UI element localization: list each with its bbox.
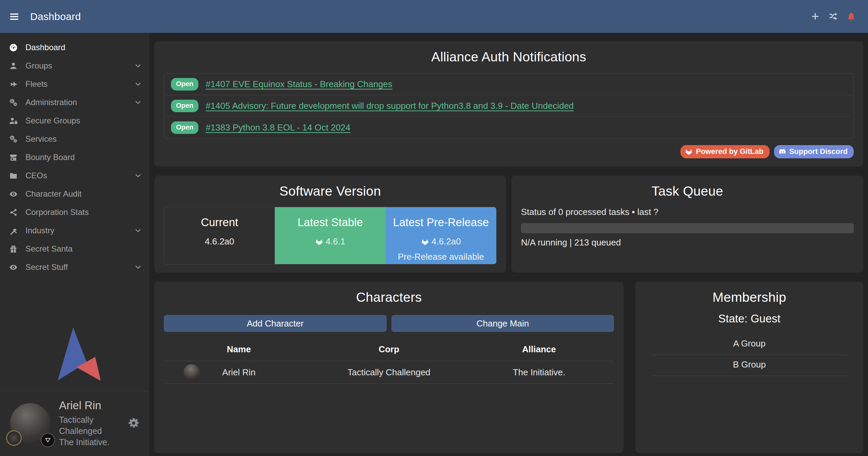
hammer-icon <box>8 226 18 235</box>
sidebar-item-secure-groups[interactable]: Secure Groups <box>0 112 149 130</box>
gauge-icon <box>8 43 18 52</box>
version-column-heading: Latest Stable <box>275 216 385 229</box>
version-prerelease-column: Latest Pre-Release 4.6.2a0 Pre-Release a… <box>386 207 496 264</box>
task-queue-panel: Task Queue Status of 0 processed tasks •… <box>512 176 863 273</box>
corp-logo-badge <box>6 430 22 446</box>
character-row-avatar <box>184 364 200 380</box>
user-lock-icon <box>8 116 18 125</box>
powered-by-gitlab-badge[interactable]: Powered by GitLab <box>680 145 769 158</box>
user-settings-gear-icon[interactable] <box>128 417 140 429</box>
sidebar-item-secret-santa[interactable]: Secret Santa <box>0 240 149 258</box>
notifications-list: Open #1407 EVE Equinox Status - Breaking… <box>164 73 854 139</box>
sidebar-item-label: Dashboard <box>25 43 65 52</box>
sidebar-item-secret-stuff[interactable]: Secret Stuff <box>0 258 149 276</box>
task-queue-counts: N/A running | 213 queued <box>521 237 854 248</box>
chevron-down-icon <box>134 263 142 271</box>
sidebar-item-label: Corporation Stats <box>25 207 89 217</box>
membership-group-item: A Group <box>652 334 847 355</box>
sidebar-item-label: Groups <box>25 61 52 71</box>
column-header-corp: Corp <box>314 344 464 355</box>
gears-icon <box>8 135 18 143</box>
sidebar-item-bounty-board[interactable]: Bounty Board <box>0 148 149 166</box>
sidebar-item-administration[interactable]: Administration <box>0 93 149 112</box>
sidebar-item-label: Industry <box>25 226 54 235</box>
membership-group-item: B Group <box>652 355 847 376</box>
version-box: Current 4.6.2a0 Latest Stable 4.6.1 Late… <box>164 207 497 264</box>
status-badge: Open <box>171 78 198 91</box>
task-queue-title: Task Queue <box>521 184 854 199</box>
support-discord-badge[interactable]: Support Discord <box>774 145 854 158</box>
membership-groups-list: A Group B Group <box>652 334 847 376</box>
sidebar-item-label: Services <box>25 134 57 144</box>
store-icon <box>8 153 18 162</box>
characters-table-header: Name Corp Alliance <box>164 341 614 361</box>
notification-link[interactable]: #1407 EVE Equinox Status - Breaking Chan… <box>206 79 392 90</box>
user-corp: Tactically Challenged <box>59 414 128 437</box>
row-characters-membership: Characters Add Character Change Main Nam… <box>154 282 863 453</box>
sidebar-item-label: Secret Stuff <box>25 262 68 272</box>
character-alliance: The Initiative. <box>464 367 614 378</box>
user-avatar <box>10 403 50 443</box>
chevron-down-icon <box>134 62 142 70</box>
alliance-auth-logo <box>0 326 149 391</box>
character-corp: Tactically Challenged <box>314 367 464 378</box>
folder-icon <box>8 171 18 180</box>
notification-link[interactable]: #1405 Advisory: Future development will … <box>206 101 574 111</box>
membership-title: Membership <box>645 290 854 305</box>
share-icon <box>8 208 18 217</box>
alliance-auth-notifications-panel: Alliance Auth Notifications Open #1407 E… <box>154 41 863 166</box>
user-panel: Ariel Rin Tactically Challenged The Init… <box>0 391 149 456</box>
sidebar-item-dashboard[interactable]: Dashboard <box>0 38 149 57</box>
sidebar-item-groups[interactable]: Groups <box>0 57 149 75</box>
switch-character-shuffle-icon[interactable] <box>829 12 838 21</box>
chevron-down-icon <box>134 172 142 179</box>
prerelease-version-value[interactable]: 4.6.2a0 <box>431 236 461 247</box>
top-navbar: Dashboard <box>0 0 868 33</box>
sidebar-item-label: Secure Groups <box>25 116 80 125</box>
notification-link[interactable]: #1383 Python 3.8 EOL - 14 Oct 2024 <box>206 122 350 133</box>
sidebar-item-character-audit[interactable]: Character Audit <box>0 185 149 203</box>
discord-icon <box>778 148 786 156</box>
membership-panel: Membership State: Guest A Group B Group <box>635 282 863 453</box>
row-software-tasks: Software Version Current 4.6.2a0 Latest … <box>154 176 863 273</box>
sidebar-item-corporation-stats[interactable]: Corporation Stats <box>0 203 149 221</box>
chevron-down-icon <box>134 227 142 234</box>
eye-icon <box>8 190 18 198</box>
characters-title: Characters <box>164 290 614 305</box>
sidebar-item-label: Bounty Board <box>25 153 75 162</box>
notifications-footer: Powered by GitLab Support Discord <box>164 145 854 158</box>
software-version-panel: Software Version Current 4.6.2a0 Latest … <box>154 176 506 273</box>
add-character-plus-icon[interactable] <box>811 12 820 21</box>
gitlab-tanuki-icon <box>421 238 429 246</box>
status-badge: Open <box>171 100 198 112</box>
sidebar-item-label: CEOs <box>25 171 47 180</box>
column-header-name: Name <box>164 344 314 355</box>
status-badge: Open <box>171 121 198 134</box>
gitlab-tanuki-icon <box>315 238 323 246</box>
sidebar-item-ceos[interactable]: CEOs <box>0 166 149 185</box>
user-icon <box>8 61 18 70</box>
software-version-title: Software Version <box>164 184 497 199</box>
sidebar-item-fleets[interactable]: Fleets <box>0 75 149 93</box>
characters-table: Name Corp Alliance Ariel Rin Tactically … <box>164 341 614 384</box>
prerelease-note: Pre-Release available <box>386 252 496 262</box>
change-main-button[interactable]: Change Main <box>391 315 614 332</box>
user-info: Ariel Rin Tactically Challenged The Init… <box>59 398 128 448</box>
add-character-button[interactable]: Add Character <box>164 315 387 332</box>
alliance-logo-badge <box>41 433 55 447</box>
task-queue-status: Status of 0 processed tasks • last ? <box>521 207 854 217</box>
stable-version-value[interactable]: 4.6.1 <box>326 236 345 247</box>
version-stable-column: Latest Stable 4.6.1 <box>275 207 385 264</box>
task-queue-progressbar <box>521 223 854 233</box>
sidebar-item-services[interactable]: Services <box>0 130 149 148</box>
navbar-actions <box>811 12 856 21</box>
notifications-bell-icon[interactable] <box>847 12 856 21</box>
sidebar-toggle-menu-icon[interactable] <box>9 12 19 22</box>
chevron-down-icon <box>134 99 142 106</box>
version-column-heading: Latest Pre-Release <box>386 216 496 229</box>
character-name-cell: Ariel Rin <box>164 367 314 378</box>
fighter-jet-icon <box>8 80 18 88</box>
page-title: Dashboard <box>30 11 81 22</box>
sidebar-item-industry[interactable]: Industry <box>0 221 149 240</box>
sidebar-item-label: Character Audit <box>25 189 81 199</box>
